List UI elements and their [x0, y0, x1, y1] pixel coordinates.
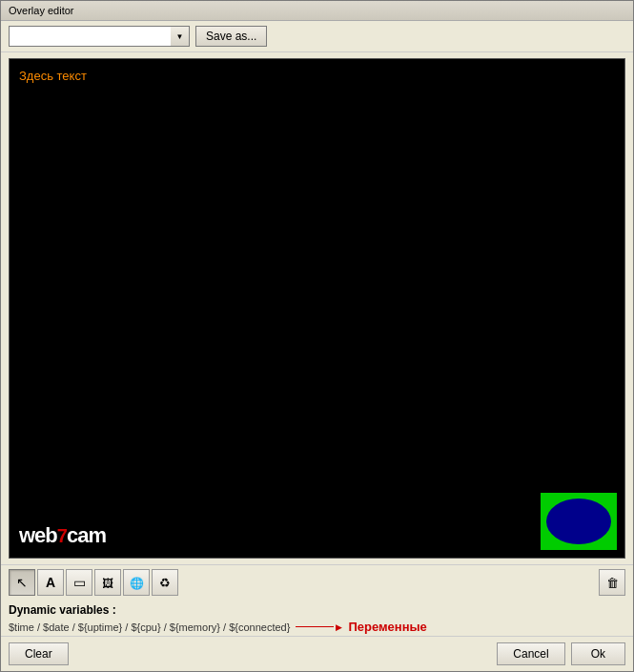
- image-icon: [102, 575, 113, 590]
- globe-tool-button[interactable]: [123, 569, 150, 596]
- vars-label: Переменные: [348, 620, 426, 634]
- overlay-text: Здесь текст: [19, 69, 87, 83]
- blue-ellipse: [546, 499, 611, 544]
- text-icon: [46, 575, 55, 590]
- dynamic-vars-row: $time / $date / ${uptime} / ${cpu} / ${m…: [9, 620, 625, 634]
- cancel-button[interactable]: Cancel: [497, 642, 564, 665]
- dynamic-vars-section: Dynamic variables : $time / $date / ${up…: [1, 600, 633, 636]
- cursor-icon: [16, 575, 28, 590]
- green-box-overlay[interactable]: [541, 493, 617, 550]
- arrow-icon: [296, 622, 342, 632]
- image-tool-button[interactable]: [94, 569, 121, 596]
- title-bar: Overlay editor: [1, 1, 633, 21]
- save-as-button[interactable]: Save as...: [195, 26, 267, 47]
- webcam-number: 7: [57, 525, 67, 546]
- webcam-logo: web7cam: [19, 523, 106, 548]
- ok-button[interactable]: Ok: [571, 642, 625, 665]
- clear-button[interactable]: Clear: [9, 642, 69, 665]
- canvas-area[interactable]: Здесь текст web7cam: [9, 58, 625, 559]
- globe-icon: [130, 575, 144, 590]
- cursor-tool-button[interactable]: [9, 569, 35, 596]
- preset-dropdown[interactable]: [9, 26, 190, 47]
- toolbar: ▼ Save as...: [1, 21, 633, 52]
- tools-bar: [1, 564, 633, 600]
- recycle-tool-button[interactable]: [152, 569, 178, 596]
- overlay-editor-window: Overlay editor ▼ Save as... Здесь текст …: [0, 0, 634, 672]
- vars-text: $time / $date / ${uptime} / ${cpu} / ${m…: [9, 621, 290, 633]
- dropdown-arrow-icon[interactable]: ▼: [171, 26, 190, 47]
- delete-button[interactable]: [599, 569, 625, 596]
- window-title: Overlay editor: [9, 5, 73, 16]
- preset-dropdown-wrapper: ▼: [9, 26, 190, 47]
- rect-icon: [73, 575, 86, 590]
- text-tool-button[interactable]: [37, 569, 64, 596]
- recycle-icon: [159, 575, 171, 590]
- webcam-text-web: web: [19, 523, 57, 547]
- bottom-right-buttons: Cancel Ok: [497, 642, 625, 665]
- rect-tool-button[interactable]: [66, 569, 92, 596]
- delete-icon: [606, 575, 619, 590]
- bottom-bar: Clear Cancel Ok: [1, 636, 633, 671]
- dynamic-vars-title: Dynamic variables :: [9, 603, 625, 617]
- tools-left: [9, 569, 178, 596]
- webcam-text-cam: cam: [67, 523, 106, 547]
